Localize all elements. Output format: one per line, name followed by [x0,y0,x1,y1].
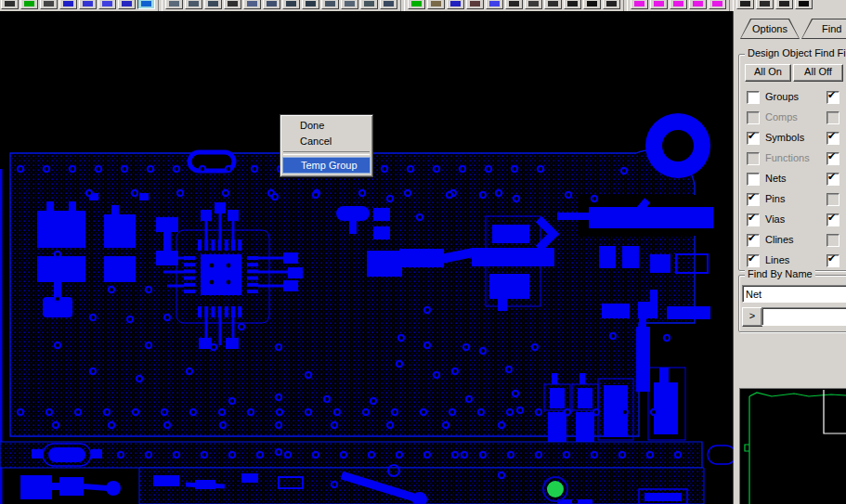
context-menu-item-done[interactable]: Done [282,118,371,134]
toolbar-button[interactable] [736,0,754,9]
toolbar-button[interactable] [380,0,397,9]
all-off-button[interactable]: All Off [793,64,843,82]
toolbar-button[interactable] [564,0,581,9]
toolbar-button[interactable] [224,0,241,9]
toolbar-button[interactable] [302,0,319,9]
toolbar-button[interactable] [795,0,813,9]
toolbar-button[interactable] [544,0,562,9]
toolbar-button-icon [83,1,93,6]
tab-options-label: Options [740,19,800,39]
toolbar-button-icon [431,1,441,6]
check-icon: ✔ [827,130,836,142]
find-by-name-type-field[interactable] [742,285,846,303]
toolbar-button-icon [102,1,112,6]
toolbar-button[interactable] [165,0,183,9]
toroid-pad [645,113,710,178]
toolbar-button[interactable] [505,0,523,9]
find-by-name-input[interactable] [761,307,846,326]
filter-label-vias: Vias [765,213,785,225]
toolbar-button[interactable] [486,0,503,9]
toolbar-button[interactable] [650,0,668,9]
checkbox-clines-right[interactable] [826,234,839,247]
check-icon: ✔ [748,191,756,203]
toolbar-button-icon [634,1,644,6]
toolbar-button[interactable] [408,0,425,9]
checkbox-lines[interactable]: ✔ [747,254,760,267]
toolbar-button[interactable] [243,0,261,9]
checkbox-nets-right[interactable]: ✔ [826,173,839,186]
toolbar-button-icon [450,1,461,6]
toolbar-button-icon [509,1,519,6]
toolbar-button[interactable] [466,0,484,9]
toolbar-button[interactable] [775,0,793,9]
design-canvas[interactable] [0,11,733,504]
checkbox-pins-right[interactable] [826,193,839,206]
world-view-minimap[interactable] [739,388,846,504]
toolbar-button[interactable] [603,0,620,9]
long-bar-pad [557,195,724,236]
toolbar-button-icon [122,1,132,6]
minimap-viewport-rect[interactable] [824,390,846,433]
find-by-name-more-button[interactable]: > [742,307,762,327]
toolbar-button-icon [528,1,539,6]
context-menu-separator [283,151,370,155]
checkbox-lines-right[interactable]: ✔ [826,254,839,267]
tab-find-label: Find [801,19,846,39]
toolbar-button[interactable] [204,0,222,9]
toolbar-button-icon [548,1,558,6]
checkbox-vias-right[interactable]: ✔ [826,213,839,226]
toolbar-button[interactable] [118,0,136,9]
all-on-button[interactable]: All On [745,64,791,82]
checkbox-clines[interactable]: ✔ [747,234,760,247]
checkbox-functions-right[interactable]: ✔ [826,152,839,165]
toolbar-button[interactable] [689,0,707,9]
toolbar-button[interactable] [670,0,687,9]
toolbar-button[interactable] [263,0,280,9]
tab-find[interactable]: Find [801,19,846,39]
checkbox-symbols[interactable]: ✔ [747,132,760,145]
toolbar-separator [623,0,628,11]
toolbar-button-icon [489,1,500,6]
checkbox-nets[interactable] [747,173,760,186]
filter-label-lines: Lines [765,254,789,265]
toolbar-button[interactable] [59,0,77,9]
toolbar-button[interactable] [1,0,19,9]
toolbar-button[interactable] [360,0,378,9]
toolbar-button[interactable] [185,0,202,9]
checkbox-pins[interactable]: ✔ [747,193,760,206]
toolbar-button[interactable] [631,0,648,9]
context-menu-item-cancel[interactable]: Cancel [282,134,371,149]
toolbar-button[interactable] [583,0,601,9]
toolbar-button-icon [169,1,179,6]
checkbox-groups-right[interactable]: ✔ [826,91,839,104]
toolbar-button[interactable] [756,0,774,9]
toolbar-button-icon [760,1,770,6]
checkbox-groups[interactable] [747,91,760,104]
toolbar-button[interactable] [321,0,339,9]
checkbox-functions[interactable] [747,152,760,165]
context-menu: DoneCancelTemp Group [280,114,373,177]
toolbar-button[interactable] [40,0,58,9]
toolbar-button-icon [345,1,355,6]
checkbox-comps-right[interactable] [826,111,839,124]
tab-options[interactable]: Options [740,19,800,39]
toolbar-button[interactable] [427,0,445,9]
checkbox-symbols-right[interactable]: ✔ [826,132,839,145]
toolbar-button-icon [24,1,34,6]
toolbar-button[interactable] [709,0,726,9]
toolbar-button[interactable] [341,0,358,9]
checkbox-vias[interactable]: ✔ [747,213,760,226]
toolbar-button[interactable] [137,0,155,9]
context-menu-item-temp-group[interactable]: Temp Group [282,157,371,174]
toolbar-button[interactable] [79,0,97,9]
filter-row-symbols: ✔Symbols✔ [739,132,846,145]
toolbar-button-icon [5,1,15,6]
toolbar-button[interactable] [20,0,38,9]
checkbox-comps[interactable] [747,111,760,124]
toolbar-button[interactable] [447,0,464,9]
toolbar-button-icon [286,1,296,6]
toolbar-button[interactable] [525,0,542,9]
toolbar-button[interactable] [282,0,300,9]
toolbar-button-icon [587,1,597,6]
toolbar-button[interactable] [98,0,116,9]
